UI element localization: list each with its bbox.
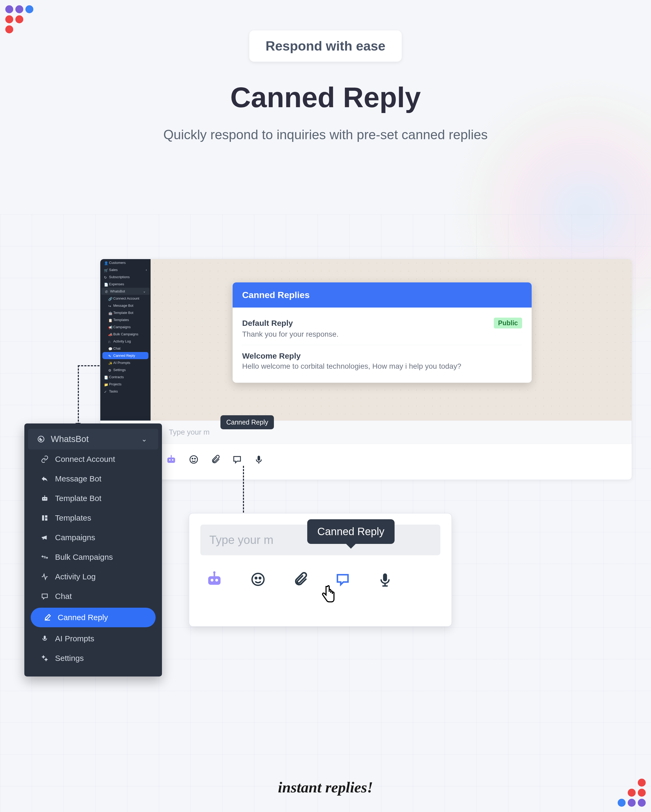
- whatsapp-icon: ✆: [105, 290, 108, 293]
- mini-settings[interactable]: ⚙Settings: [100, 366, 151, 374]
- mini-subs[interactable]: ↻Subscriptions: [100, 273, 151, 281]
- svg-rect-10: [42, 497, 47, 501]
- mini-activity[interactable]: ⎍Activity Log: [100, 338, 151, 345]
- megaphone-icon: [41, 534, 49, 542]
- svg-point-1: [169, 459, 171, 461]
- mini-customers[interactable]: 👤Customers: [100, 259, 151, 266]
- canned-replies-popup: Canned Replies Default Reply Public Than…: [233, 282, 532, 383]
- templates-icon: [41, 514, 49, 522]
- svg-point-18: [42, 656, 44, 658]
- bot-icon[interactable]: [205, 570, 224, 589]
- sidebar-campaigns[interactable]: Campaigns: [24, 528, 162, 547]
- sidebar-group-whatsbot[interactable]: WhatsBot ⌄: [28, 429, 158, 449]
- mini-campaigns[interactable]: 📢Campaigns: [100, 324, 151, 331]
- sidebar-connect[interactable]: Connect Account: [24, 449, 162, 469]
- mini-chat[interactable]: 💬Chat: [100, 345, 151, 352]
- mic-icon: [41, 635, 49, 643]
- mini-sales[interactable]: 🛒Sales‹: [100, 266, 151, 273]
- svg-rect-28: [383, 574, 387, 582]
- composer-toolbar: [161, 446, 632, 473]
- svg-point-22: [215, 579, 218, 582]
- svg-point-21: [210, 579, 213, 582]
- sidebar-aiprompts[interactable]: AI Prompts: [24, 629, 162, 649]
- sidebar-enlarged: WhatsBot ⌄ Connect Account Message Bot T…: [24, 423, 162, 676]
- svg-point-25: [252, 574, 264, 585]
- reply-text: Hello welcome to corbital technologies, …: [242, 362, 522, 371]
- mini-canned-active[interactable]: ✎Canned Reply: [102, 352, 148, 359]
- bot-icon[interactable]: [165, 453, 177, 465]
- svg-point-19: [45, 658, 47, 661]
- mini-bulk[interactable]: 📣Bulk Campaigns: [100, 331, 151, 338]
- canned-reply-item[interactable]: Welcome Reply Hello welcome to corbital …: [242, 348, 522, 374]
- link-icon: [41, 455, 49, 463]
- svg-rect-3: [171, 455, 172, 457]
- sidebar-msgbot[interactable]: Message Bot: [24, 469, 162, 488]
- mini-projects[interactable]: 📁Projects: [100, 381, 151, 388]
- connector-line: [78, 365, 79, 425]
- svg-point-4: [190, 455, 198, 463]
- emoji-icon[interactable]: [250, 571, 266, 587]
- tooltip-canned-small: Canned Reply: [220, 415, 274, 429]
- mini-msgbot[interactable]: ↪Message Bot: [100, 302, 151, 309]
- edit-icon: ✎: [108, 354, 111, 357]
- mini-tplbot[interactable]: 🤖Template Bot: [100, 309, 151, 316]
- robot-icon: [41, 495, 49, 502]
- attachment-icon[interactable]: [210, 455, 220, 464]
- attachment-icon[interactable]: [293, 571, 308, 587]
- svg-point-11: [43, 498, 44, 499]
- svg-rect-14: [42, 515, 44, 520]
- mini-sidebar: 👤Customers 🛒Sales‹ ↻Subscriptions 📄Expen…: [100, 259, 151, 421]
- chevron-down-icon: ⌄: [141, 435, 147, 443]
- cursor-pointer-icon: [319, 585, 337, 606]
- chat-icon[interactable]: [232, 455, 242, 464]
- svg-point-12: [45, 498, 46, 499]
- sidebar-bulk[interactable]: Bulk Campaigns: [24, 547, 162, 567]
- mini-contracts[interactable]: 📑Contracts: [100, 374, 151, 381]
- input-placeholder: Type your m: [209, 533, 273, 546]
- sidebar-settings[interactable]: Settings: [24, 649, 162, 668]
- svg-point-9: [38, 436, 44, 442]
- composer-enlarged: Type your m Canned Reply: [189, 513, 452, 627]
- sidebar-chat[interactable]: Chat: [24, 586, 162, 606]
- sidebar-canned-active[interactable]: Canned Reply: [31, 607, 156, 627]
- svg-rect-13: [44, 496, 45, 497]
- activity-icon: [41, 573, 49, 581]
- page-title: Canned Reply: [0, 81, 651, 114]
- sidebar-tplbot[interactable]: Template Bot: [24, 488, 162, 508]
- mini-templates[interactable]: 📋Templates: [100, 316, 151, 324]
- svg-rect-0: [167, 457, 175, 462]
- mini-connect[interactable]: 🔗Connect Account: [100, 295, 151, 302]
- whatsapp-icon: [37, 435, 45, 443]
- chat-icon: [41, 592, 49, 600]
- mini-whatsbot-group[interactable]: ✆WhatsBot⌄: [101, 288, 149, 295]
- page-subtitle: Quickly respond to inquiries with pre-se…: [0, 127, 651, 142]
- gear-icon: [41, 654, 49, 662]
- svg-rect-17: [44, 636, 46, 640]
- chevron-down-icon: ⌄: [143, 289, 146, 293]
- svg-rect-16: [45, 518, 47, 520]
- svg-point-26: [255, 577, 257, 579]
- connector-line: [78, 365, 99, 366]
- reply-title: Default Reply: [242, 319, 293, 328]
- reply-title: Welcome Reply: [242, 351, 300, 360]
- mini-tasks[interactable]: ✓Tasks: [100, 388, 151, 395]
- footer-tagline: instant replies!: [0, 778, 651, 796]
- edit-icon: [43, 614, 51, 621]
- mini-aiprompts[interactable]: ✨AI Prompts: [100, 359, 151, 366]
- chevron-left-icon: ‹: [146, 268, 147, 272]
- mini-expenses[interactable]: 📄Expenses: [100, 281, 151, 288]
- svg-rect-15: [45, 515, 47, 518]
- emoji-icon[interactable]: [189, 455, 199, 464]
- public-tag: Public: [494, 317, 522, 328]
- microphone-icon[interactable]: [254, 455, 264, 464]
- app-screenshot: 👤Customers 🛒Sales‹ ↻Subscriptions 📄Expen…: [100, 259, 632, 480]
- svg-rect-20: [208, 576, 221, 585]
- sidebar-templates[interactable]: Templates: [24, 508, 162, 528]
- header-pill: Respond with ease: [249, 31, 402, 62]
- canned-reply-item[interactable]: Default Reply Public Thank you for your …: [242, 314, 522, 342]
- svg-rect-7: [258, 455, 260, 461]
- microphone-icon[interactable]: [377, 571, 393, 587]
- sidebar-activity[interactable]: Activity Log: [24, 567, 162, 586]
- svg-point-2: [172, 459, 174, 461]
- svg-point-6: [195, 458, 195, 459]
